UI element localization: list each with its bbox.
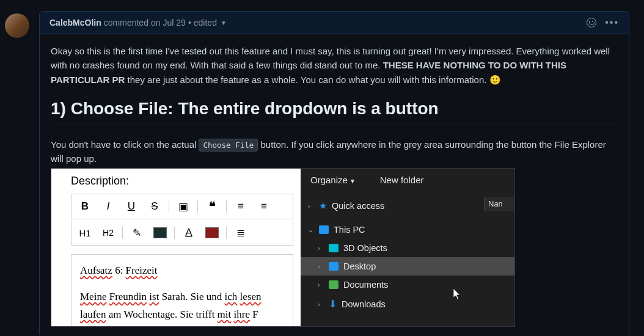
meta-sep: • [188,18,191,27]
p1-text-b: they are just about the feature as a who… [128,75,489,85]
bold-button[interactable]: B [74,198,96,215]
tree-item-downloads[interactable]: › ⬇ Downloads [301,294,514,314]
toolbar-sep [226,200,227,213]
smile-emoji-icon: 🙂 [489,75,501,85]
toolbar-sep [122,227,123,239]
download-arrow-icon: ⬇ [329,298,337,310]
list-button[interactable]: ≣ [230,224,252,241]
align-left-button[interactable]: ≡ [230,198,252,215]
cube-icon [329,244,338,252]
toolbar-sep [197,200,198,213]
author-link[interactable]: CalebMcOlin [49,18,101,27]
editor-toolbar-row2: H1 H2 ✎ A ≣ [71,221,293,246]
column-header-name[interactable]: Nan [484,197,514,211]
align-center-button[interactable]: ≡ [253,198,275,215]
file-explorer-pane: Organize▼ New folder Nan › ★ Quick acces… [301,169,514,326]
paragraph-1: Okay so this is the first time I've test… [51,44,618,87]
embedded-screenshot[interactable]: Description: B I U S ▣ ❝ ≡ ≡ H1 H2 [51,168,515,327]
editor-toolbar-row1: B I U S ▣ ❝ ≡ ≡ [71,194,293,219]
tree-item-quick-access[interactable]: › ★ Quick access [301,196,514,216]
chevron-right-icon: › [318,301,324,308]
strike-button[interactable]: S [144,198,166,215]
toolbar-sep [174,227,175,239]
kebab-menu-icon[interactable]: ••• [605,18,619,27]
highlight-button[interactable]: ✎ [126,224,148,241]
comment-meta: CalebMcOlin commented on Jul 29 • edited… [49,18,227,27]
editor-content[interactable]: Aufsatz 6: Freizeit Meine Freundin ist S… [71,254,293,327]
h2-button[interactable]: H2 [97,224,119,241]
swatch-dark[interactable] [149,224,171,241]
italic-button[interactable]: I [97,198,119,215]
image-button[interactable]: ▣ [172,198,194,215]
desktop-icon [329,262,338,271]
description-label: Description: [71,175,293,188]
comment-container: CalebMcOlin commented on Jul 29 • edited… [39,11,629,336]
comment-date[interactable]: Jul 29 [163,18,186,27]
pc-icon [319,225,329,234]
reaction-icon[interactable] [587,18,596,27]
chevron-right-icon: › [318,281,324,288]
chevron-right-icon: › [308,202,314,210]
underline-button[interactable]: U [120,198,142,215]
edited-label[interactable]: edited [194,18,217,27]
section-heading-1: 1) Choose File: The entire dropdown is a… [51,99,618,125]
comment-actions: ••• [587,18,619,27]
tree-item-this-pc[interactable]: ⌄ This PC [301,221,514,239]
paragraph-2: You don't have to click on the actual Ch… [51,137,618,166]
new-folder-button[interactable]: New folder [380,175,424,185]
star-icon: ★ [319,200,327,211]
document-icon [329,280,338,289]
comment-header: CalebMcOlin commented on Jul 29 • edited… [40,12,629,34]
chevron-down-icon: ⌄ [308,226,314,234]
organize-menu[interactable]: Organize▼ [310,175,356,185]
swatch-red[interactable] [201,224,223,241]
text-color-button[interactable]: A [178,224,200,241]
content-line-1: Aufsatz 6: Freizeit [80,262,284,280]
edited-caret-icon[interactable]: ▼ [221,20,227,26]
comment-body: Okay so this is the first time I've test… [40,34,629,336]
explorer-tree: › ★ Quick access ⌄ This PC › 3D Objects [301,191,514,314]
chevron-right-icon: › [318,263,324,270]
h1-button[interactable]: H1 [74,224,96,241]
content-line-3: laufen am Wochentage. Sie trifft mit ihr… [80,306,284,324]
tree-item-documents[interactable]: › Documents [301,276,514,294]
editor-pane: Description: B I U S ▣ ❝ ≡ ≡ H1 H2 [51,169,302,326]
quote-button[interactable]: ❝ [201,198,223,215]
p2-text-a: You don't have to click on the actual [51,139,199,150]
toolbar-sep [226,227,227,239]
toolbar-sep [169,200,169,213]
code-chip-choose-file: Choose File [199,139,258,152]
tree-item-desktop[interactable]: › Desktop [301,257,514,276]
chevron-down-icon: ▼ [349,178,356,184]
tree-item-3d-objects[interactable]: › 3D Objects [301,239,514,257]
explorer-toolbar: Organize▼ New folder [301,169,514,191]
date-prefix: on [151,18,161,27]
commented-label: commented [104,18,148,27]
chevron-right-icon: › [318,244,324,252]
author-avatar[interactable] [5,13,29,38]
content-line-2: Meine Freundin ist Sarah. Sie und ich le… [80,288,284,306]
